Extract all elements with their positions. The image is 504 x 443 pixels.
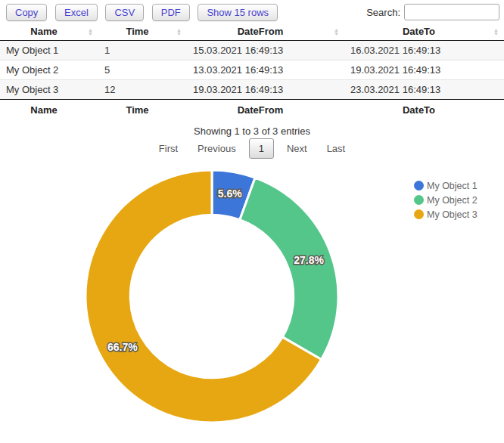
legend-item-3[interactable]: My Object 3 — [414, 207, 478, 222]
pagination-first[interactable]: First — [149, 139, 188, 158]
cell-datefrom: 19.03.2021 16:49:13 — [187, 80, 344, 100]
data-table: Name ▲▼ Time ▲▼ DateFrom ▲▼ — [0, 23, 504, 119]
cell-dateto: 19.03.2021 16:49:13 — [344, 60, 504, 80]
footer-header-datefrom: DateFrom — [187, 100, 344, 119]
toolbar: Copy Excel CSV PDF Show 15 rows Search: — [0, 0, 504, 23]
donut-percent-label: 5.6% — [218, 187, 242, 200]
donut-percent-label: 66.7% — [107, 341, 138, 353]
sort-icon: ▲▼ — [334, 28, 339, 36]
cell-time: 1 — [98, 41, 187, 60]
pdf-button[interactable]: PDF — [152, 4, 190, 21]
table-row: My Object 1 1 15.03.2021 16:49:13 16.03.… — [0, 41, 504, 60]
sort-icon: ▲▼ — [176, 28, 182, 36]
column-header-datefrom[interactable]: DateFrom ▲▼ — [187, 23, 344, 41]
cell-name: My Object 2 — [0, 60, 98, 80]
pagination-last[interactable]: Last — [317, 139, 356, 158]
chart-legend: My Object 1 My Object 2 My Object 3 — [414, 178, 478, 222]
footer-header-name: Name — [0, 100, 98, 119]
datatable-app: Copy Excel CSV PDF Show 15 rows Search: … — [0, 0, 504, 443]
column-header-name[interactable]: Name ▲▼ — [0, 23, 98, 41]
donut-chart: 5.6%27.8%66.7% — [83, 168, 341, 425]
cell-datefrom: 15.03.2021 16:49:13 — [187, 41, 344, 60]
cell-time: 12 — [98, 80, 187, 100]
search-label: Search: — [366, 7, 400, 18]
legend-label: My Object 2 — [427, 195, 478, 206]
donut-slice-2[interactable] — [240, 178, 338, 359]
pagination-page-1[interactable]: 1 — [249, 138, 274, 159]
export-buttons: Copy Excel CSV PDF Show 15 rows — [6, 4, 283, 21]
legend-item-2[interactable]: My Object 2 — [414, 193, 478, 207]
column-header-dateto[interactable]: DateTo ▲▼ — [344, 23, 504, 41]
legend-swatch-icon — [414, 209, 424, 219]
cell-name: My Object 1 — [0, 41, 98, 60]
legend-swatch-icon — [414, 195, 424, 205]
sort-icon: ▲▼ — [493, 28, 499, 36]
pagination-next[interactable]: Next — [277, 139, 317, 158]
csv-button[interactable]: CSV — [105, 4, 144, 21]
copy-button[interactable]: Copy — [6, 4, 47, 21]
header-row: Name ▲▼ Time ▲▼ DateFrom ▲▼ — [0, 23, 504, 41]
legend-item-1[interactable]: My Object 1 — [414, 178, 478, 193]
footer-header-dateto: DateTo — [344, 100, 504, 119]
table-row: My Object 2 5 13.03.2021 16:49:13 19.03.… — [0, 60, 504, 80]
footer-row: Name Time DateFrom DateTo — [0, 100, 504, 119]
legend-label: My Object 3 — [427, 209, 478, 220]
legend-swatch-icon — [414, 181, 424, 191]
pagination: First Previous 1 Next Last — [0, 138, 504, 159]
legend-label: My Object 1 — [427, 181, 478, 191]
cell-dateto: 23.03.2021 16:49:13 — [344, 80, 504, 100]
donut-chart-region: 5.6%27.8%66.7% My Object 1 My Object 2 M… — [0, 159, 504, 443]
show-rows-button[interactable]: Show 15 rows — [198, 4, 278, 21]
cell-datefrom: 13.03.2021 16:49:13 — [187, 60, 344, 80]
cell-name: My Object 3 — [0, 80, 98, 100]
footer-header-time: Time — [98, 100, 187, 119]
donut-percent-label: 27.8% — [294, 254, 324, 266]
sort-icon: ▲▼ — [88, 28, 93, 36]
excel-button[interactable]: Excel — [55, 4, 98, 21]
column-header-time[interactable]: Time ▲▼ — [98, 23, 187, 41]
table-row: My Object 3 12 19.03.2021 16:49:13 23.03… — [0, 80, 504, 100]
search-area: Search: — [366, 4, 499, 20]
cell-dateto: 16.03.2021 16:49:13 — [344, 41, 504, 60]
search-input[interactable] — [404, 4, 499, 20]
cell-time: 5 — [98, 60, 187, 80]
pagination-previous[interactable]: Previous — [188, 139, 246, 158]
table-info: Showing 1 to 3 of 3 entries — [0, 119, 504, 138]
